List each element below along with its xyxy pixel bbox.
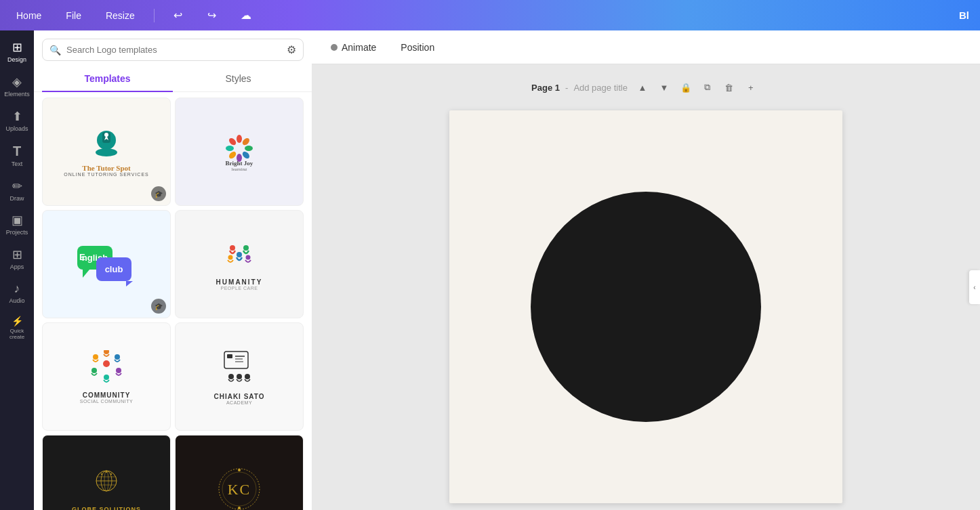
tutor-spot-title: The Tutor Spot xyxy=(82,164,130,172)
page-down-button[interactable]: ▼ xyxy=(655,78,674,97)
sidebar-item-apps[interactable]: ⊞ Apps xyxy=(2,243,32,275)
template-card-english-club[interactable]: nglish E club 🎓 xyxy=(42,210,171,318)
svg-point-54 xyxy=(238,469,241,471)
svg-point-30 xyxy=(91,368,97,373)
right-panel-toggle[interactable]: ‹ xyxy=(969,270,980,304)
sidebar-item-uploads[interactable]: ⬆ Uploads xyxy=(2,105,32,137)
svg-point-40 xyxy=(237,374,242,379)
file-button[interactable]: File xyxy=(60,7,87,24)
sidebar-item-projects[interactable]: ▣ Projects xyxy=(2,209,32,240)
elements-icon: ◈ xyxy=(12,75,22,89)
delete-button[interactable]: 🗑 xyxy=(720,78,739,97)
svg-point-41 xyxy=(245,374,250,379)
main-layout: ⊞ Design ◈ Elements ⬆ Uploads T Text ✏ D… xyxy=(0,30,980,510)
globe-solutions-icon xyxy=(88,466,125,503)
svg-text:learning: learning xyxy=(232,167,247,171)
template-card-kc[interactable]: KC xyxy=(175,435,304,510)
position-label: Position xyxy=(401,42,434,53)
template-card-community[interactable]: COMMUNITY SOCIAL COMMUNITY xyxy=(42,322,171,431)
canvas-circle[interactable] xyxy=(531,192,761,422)
add-button[interactable]: + xyxy=(741,78,760,97)
canvas-page[interactable] xyxy=(449,110,842,503)
sidebar-item-draw[interactable]: ✏ Draw xyxy=(2,175,32,207)
svg-point-39 xyxy=(228,374,234,379)
page-up-button[interactable]: ▲ xyxy=(633,78,652,97)
sidebar-item-audio[interactable]: ♪ Audio xyxy=(2,278,32,309)
draw-icon: ✏ xyxy=(12,179,22,194)
brand-initial: Bl xyxy=(959,9,969,21)
globe-solutions-content: GLOBE SOLUTIONS GLOBE SOLUTIONS xyxy=(43,435,170,510)
tutor-spot-icon xyxy=(88,127,125,164)
svg-point-5 xyxy=(237,135,242,143)
chiaki-sato-icon xyxy=(218,348,262,389)
lock-button[interactable]: 🔒 xyxy=(676,78,695,97)
search-input[interactable] xyxy=(66,39,281,60)
redo-button[interactable]: ↪ xyxy=(202,5,222,26)
svg-point-49 xyxy=(106,471,107,473)
chiaki-sato-sub: ACADEMY xyxy=(226,400,252,405)
svg-point-24 xyxy=(237,252,242,257)
sidebar-item-elements-label: Elements xyxy=(4,91,30,98)
template-card-tutor-spot[interactable]: The Tutor Spot ONLINE TUTORING SERVICES … xyxy=(42,98,171,206)
kc-icon: KC xyxy=(216,465,263,510)
template-card-globe-solutions[interactable]: GLOBE SOLUTIONS GLOBE SOLUTIONS xyxy=(42,435,171,510)
apps-icon: ⊞ xyxy=(12,247,22,262)
english-club-badge: 🎓 xyxy=(151,299,166,314)
undo-button[interactable]: ↩ xyxy=(168,5,188,26)
template-card-chiaki-sato[interactable]: CHIAKI SATO ACADEMY xyxy=(175,322,304,431)
svg-text:Bright Joy: Bright Joy xyxy=(226,160,253,167)
kc-content: KC xyxy=(176,435,303,510)
copy-button[interactable]: ⧉ xyxy=(698,78,717,97)
svg-point-23 xyxy=(243,245,249,251)
svg-point-4 xyxy=(96,148,117,156)
svg-text:KC: KC xyxy=(228,481,251,498)
animate-button[interactable]: Animate xyxy=(323,38,384,57)
animate-dot xyxy=(331,44,338,51)
svg-point-27 xyxy=(103,360,110,367)
sidebar-item-draw-label: Draw xyxy=(9,196,24,203)
sidebar-item-text-label: Text xyxy=(12,161,23,168)
sidebar-item-elements[interactable]: ◈ Elements xyxy=(2,70,32,102)
panel-tabs: Templates Styles xyxy=(34,66,312,92)
tutor-spot-badge: 🎓 xyxy=(151,186,166,201)
tutor-spot-content: The Tutor Spot ONLINE TUTORING SERVICES xyxy=(43,98,170,205)
resize-button[interactable]: Resize xyxy=(100,7,140,24)
tab-styles[interactable]: Styles xyxy=(173,66,304,92)
svg-rect-34 xyxy=(224,352,248,368)
icon-sidebar: ⊞ Design ◈ Elements ⬆ Uploads T Text ✏ D… xyxy=(0,30,34,510)
sidebar-item-design[interactable]: ⊞ Design xyxy=(2,36,32,68)
svg-point-28 xyxy=(93,354,98,360)
sidebar-item-design-label: Design xyxy=(7,57,26,64)
position-button[interactable]: Position xyxy=(392,38,443,57)
tutor-spot-sub: ONLINE TUTORING SERVICES xyxy=(64,172,149,177)
sidebar-item-apps-label: Apps xyxy=(10,264,24,271)
sidebar-item-text[interactable]: T Text xyxy=(2,140,32,172)
template-card-humanity[interactable]: HUMANITY PEOPLE CARE xyxy=(175,210,304,318)
canvas-content[interactable]: Page 1 - Add page title ▲ ▼ 🔒 ⧉ 🗑 + ‹ xyxy=(312,64,980,510)
page-label: Page 1 xyxy=(531,83,560,93)
page-header-actions: ▲ ▼ 🔒 ⧉ 🗑 + xyxy=(633,78,760,97)
sidebar-item-quickcreate[interactable]: ⚡ Quick create xyxy=(2,312,32,345)
search-bar: 🔍 ⚙ xyxy=(42,39,304,61)
humanity-icon xyxy=(221,238,258,276)
cloud-save-button[interactable]: ☁ xyxy=(236,5,256,26)
chiaki-sato-content: CHIAKI SATO ACADEMY xyxy=(176,323,303,430)
svg-point-29 xyxy=(115,354,120,360)
add-page-title-label[interactable]: Add page title xyxy=(573,83,628,93)
tab-templates[interactable]: Templates xyxy=(42,66,173,92)
humanity-title: HUMANITY xyxy=(216,278,263,286)
svg-point-7 xyxy=(245,146,253,151)
sidebar-item-quickcreate-label: Quick create xyxy=(5,328,29,341)
svg-point-8 xyxy=(241,150,251,159)
svg-point-3 xyxy=(104,133,108,137)
english-club-content: nglish E club xyxy=(43,211,170,318)
home-button[interactable]: Home xyxy=(11,7,47,24)
projects-icon: ▣ xyxy=(12,213,23,228)
filter-icon[interactable]: ⚙ xyxy=(287,43,296,56)
template-card-bright-joy[interactable]: Bright Joy learning xyxy=(175,98,304,206)
svg-marker-16 xyxy=(83,270,89,278)
quickcreate-icon: ⚡ xyxy=(12,316,23,326)
page-separator: - xyxy=(565,83,568,93)
sidebar-item-audio-label: Audio xyxy=(9,298,24,305)
audio-icon: ♪ xyxy=(14,282,20,296)
